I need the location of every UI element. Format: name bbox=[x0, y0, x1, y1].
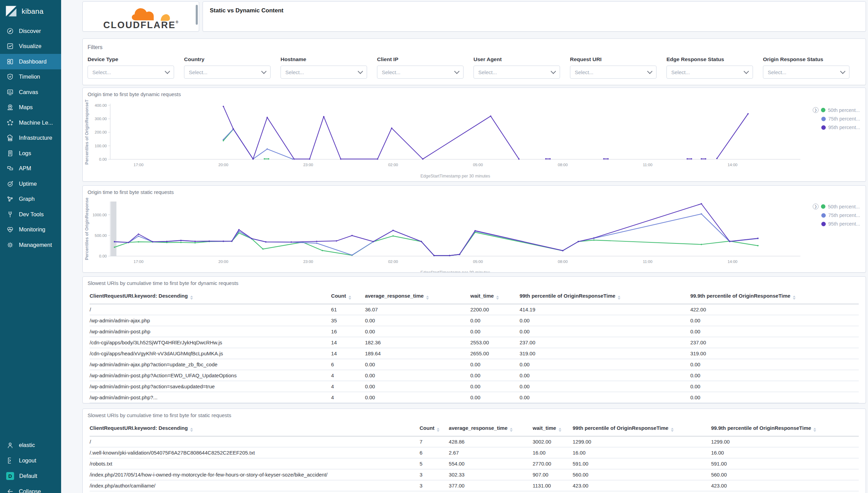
cloudflare-logo-panel: CLOUDFLARE® bbox=[82, 1, 199, 32]
chevron-down-icon bbox=[358, 68, 363, 74]
chevron-down-icon bbox=[165, 68, 170, 74]
discover-icon bbox=[6, 27, 14, 35]
legend-dot bbox=[821, 108, 825, 112]
svg-text:11:00: 11:00 bbox=[643, 163, 652, 167]
sidebar-item-space-default[interactable]: D Default bbox=[0, 468, 61, 484]
cloudflare-brand-text: CLOUDFLARE® bbox=[103, 21, 178, 30]
svg-text:02:00: 02:00 bbox=[388, 163, 398, 167]
legend-item[interactable]: 50th percent... bbox=[828, 204, 860, 209]
column-header[interactable]: wait_time bbox=[470, 289, 519, 304]
sidebar-item-apm[interactable]: APM bbox=[0, 161, 61, 176]
hostname-select[interactable]: Select... bbox=[281, 66, 367, 79]
legend-toggle-icon[interactable]: ❯ bbox=[813, 107, 819, 113]
sort-icon bbox=[793, 296, 796, 300]
monitoring-icon bbox=[6, 226, 14, 233]
sort-icon bbox=[618, 296, 620, 300]
edge-response-status-select[interactable]: Select... bbox=[666, 66, 753, 79]
kibana-logo-icon bbox=[5, 5, 17, 17]
apm-icon bbox=[6, 165, 14, 172]
device-type-select[interactable]: Select... bbox=[88, 66, 174, 79]
column-header[interactable]: 99th percentile of OriginResponseTime bbox=[519, 289, 690, 304]
sidebar-item-label: Uptime bbox=[19, 181, 37, 187]
sort-icon bbox=[437, 428, 439, 432]
visualize-icon bbox=[6, 43, 14, 50]
user-agent-select[interactable]: Select... bbox=[473, 66, 560, 79]
sidebar-item-logs[interactable]: Logs bbox=[0, 146, 61, 161]
column-header[interactable]: 99th percentile of OriginResponseTime bbox=[573, 421, 711, 436]
legend-dot bbox=[821, 222, 826, 226]
sort-icon bbox=[496, 296, 499, 300]
filter-label: Country bbox=[184, 56, 281, 62]
legend-item[interactable]: 75th percent... bbox=[828, 213, 860, 218]
origin-response-status-select[interactable]: Select... bbox=[763, 66, 849, 79]
chevron-down-icon bbox=[744, 68, 749, 74]
sort-icon bbox=[671, 428, 674, 432]
legend-row: 75th percent... bbox=[821, 116, 860, 122]
filter-label: Hostname bbox=[281, 56, 377, 62]
sidebar-item-visualize[interactable]: Visualize bbox=[0, 39, 61, 54]
static-requests-chart-panel: Origin time to first byte static request… bbox=[82, 185, 866, 273]
sidebar-item-monitoring[interactable]: Monitoring bbox=[0, 222, 61, 238]
sidebar-item-infrastructure[interactable]: Infrastructure bbox=[0, 130, 61, 146]
table-row: /index.php/author/camiliame/3377.001131.… bbox=[90, 480, 859, 491]
sidebar-item-uptime[interactable]: Uptime bbox=[0, 176, 61, 192]
filter-origin-response-status: Origin Response Status Select... bbox=[763, 56, 859, 79]
select-value: Select... bbox=[382, 69, 400, 75]
request-uri-select[interactable]: Select... bbox=[570, 66, 656, 79]
legend-item[interactable]: 95th percent... bbox=[828, 125, 860, 130]
table-row: /wp-admin/admin-ajax.php350.000.000.000.… bbox=[90, 315, 859, 326]
sidebar-item-graph[interactable]: Graph bbox=[0, 192, 61, 207]
legend-item[interactable]: 75th percent... bbox=[828, 116, 860, 122]
column-header[interactable]: average_response_time bbox=[365, 289, 470, 304]
sidebar-item-canvas[interactable]: Canvas bbox=[0, 84, 61, 100]
sort-icon bbox=[559, 428, 561, 432]
sidebar-item-collapse[interactable]: Collapse bbox=[0, 484, 61, 493]
column-header[interactable]: Count bbox=[331, 289, 365, 304]
column-header[interactable]: 99.9th percentile of OriginResponseTime bbox=[690, 289, 859, 304]
page-title: Static vs Dynamic Content bbox=[210, 7, 283, 14]
svg-text:17:00: 17:00 bbox=[134, 163, 144, 167]
sidebar-item-dashboard[interactable]: Dashboard bbox=[0, 54, 61, 69]
table-row: /wp-admin/admin-post.php?...40.000.000.0… bbox=[90, 392, 859, 403]
legend-item[interactable]: 95th percent... bbox=[828, 221, 860, 227]
sidebar-item-dev-tools[interactable]: Dev Tools bbox=[0, 207, 61, 222]
country-select[interactable]: Select... bbox=[184, 66, 271, 79]
sidebar-item-label: elastic bbox=[19, 442, 35, 448]
sidebar-item-timelion[interactable]: Timelion bbox=[0, 69, 61, 85]
table-row: /wp-admin/admin-post.php?action=save&upd… bbox=[90, 381, 859, 392]
cloudflare-logo: CLOUDFLARE® bbox=[83, 2, 199, 31]
sidebar-item-maps[interactable]: Maps bbox=[0, 100, 61, 115]
column-header[interactable]: 99.9th percentile of OriginResponseTime bbox=[711, 421, 859, 436]
legend-item[interactable]: 50th percent... bbox=[828, 107, 860, 113]
svg-text:100.00: 100.00 bbox=[95, 144, 107, 148]
sidebar-item-elastic-user[interactable]: elastic bbox=[0, 437, 61, 453]
kibana-logo-text: kibana bbox=[22, 7, 44, 15]
sidebar: kibana Discover Visualize Dashboard Time… bbox=[0, 0, 61, 493]
legend-dot bbox=[821, 204, 825, 209]
sidebar-item-management[interactable]: Management bbox=[0, 237, 61, 253]
sidebar-item-discover[interactable]: Discover bbox=[0, 23, 61, 39]
filter-label: User Agent bbox=[473, 56, 570, 62]
chevron-down-icon bbox=[551, 68, 556, 74]
uptime-icon bbox=[6, 180, 14, 187]
column-header[interactable]: wait_time bbox=[533, 421, 572, 436]
table-row: /wp-admin/admin-ajax.php?action=update_z… bbox=[90, 359, 859, 370]
svg-text:08:00: 08:00 bbox=[558, 163, 568, 167]
client-ip-select[interactable]: Select... bbox=[377, 66, 464, 79]
sort-icon bbox=[426, 296, 429, 300]
filter-hostname: Hostname Select... bbox=[281, 56, 377, 79]
sidebar-item-logout[interactable]: Logout bbox=[0, 453, 61, 468]
column-header[interactable]: ClientRequestURI.keyword: Descending bbox=[90, 289, 331, 304]
svg-text:11:00: 11:00 bbox=[643, 260, 652, 264]
svg-text:0.00: 0.00 bbox=[99, 254, 107, 258]
panel-scrollbar[interactable] bbox=[196, 5, 198, 25]
column-header[interactable]: ClientRequestURI.keyword: Descending bbox=[90, 421, 420, 436]
table-row: /index.php/2017/05/14/how-i-owned-my-mot… bbox=[90, 469, 859, 480]
kibana-logo[interactable]: kibana bbox=[0, 0, 61, 21]
column-header[interactable]: Count bbox=[420, 421, 449, 436]
sidebar-item-machine-learning[interactable]: Machine Le... bbox=[0, 115, 61, 130]
column-header[interactable]: average_response_time bbox=[449, 421, 533, 436]
table-header-row: ClientRequestURI.keyword: Descending Cou… bbox=[90, 421, 859, 436]
legend-toggle-icon[interactable]: ❯ bbox=[813, 204, 819, 209]
management-icon bbox=[6, 241, 14, 249]
